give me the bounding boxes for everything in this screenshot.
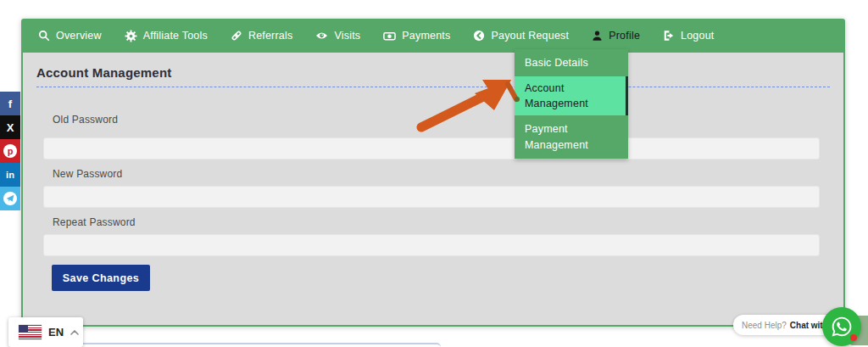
dropdown-item-basic-details[interactable]: Basic Details (515, 49, 628, 76)
facebook-share-button[interactable]: f (0, 92, 20, 115)
repeat-password-label: Repeat Password (53, 216, 136, 228)
linkedin-icon: in (6, 170, 14, 180)
telegram-share-button[interactable] (0, 187, 20, 210)
x-icon: X (7, 121, 14, 134)
arrow-circle-left-icon (473, 30, 485, 42)
account-management-section: Account Management Old Password New Pass… (21, 53, 845, 327)
old-password-label: Old Password (53, 114, 118, 126)
chat-prefix-text: Need Help? (742, 321, 787, 330)
main-navbar: Overview Affiliate Tools Referrals Visit… (21, 19, 845, 53)
whatsapp-icon (831, 316, 853, 338)
nav-item-overview[interactable]: Overview (38, 30, 102, 42)
linkedin-share-button[interactable]: in (0, 163, 20, 187)
notification-dot (850, 334, 857, 341)
new-password-input[interactable] (43, 186, 820, 208)
social-share-sidebar: f X p in (0, 92, 20, 210)
pinterest-share-button[interactable]: p (0, 139, 20, 163)
save-changes-button[interactable]: Save Changes (52, 265, 150, 291)
nav-item-visits[interactable]: Visits (315, 30, 360, 42)
new-password-label: New Password (53, 168, 122, 180)
link-icon (231, 30, 242, 42)
person-icon (592, 30, 603, 42)
page-title: Account Management (36, 65, 171, 80)
eye-icon (315, 31, 328, 41)
search-icon (38, 30, 50, 42)
profile-dropdown-menu: Basic Details Account Management Payment… (515, 49, 628, 159)
dropdown-item-account-management[interactable]: Account Management (515, 76, 628, 115)
facebook-icon: f (8, 98, 12, 110)
nav-item-logout[interactable]: Logout (663, 30, 714, 42)
language-selector[interactable]: EN (8, 317, 83, 347)
dotted-separator (36, 87, 830, 87)
repeat-password-input[interactable] (43, 234, 820, 256)
telegram-icon (3, 192, 17, 205)
gear-icon (125, 30, 137, 42)
logout-icon (663, 30, 675, 42)
nav-item-payments[interactable]: Payments (383, 30, 450, 42)
x-share-button[interactable]: X (0, 115, 20, 139)
banknote-icon (383, 30, 396, 42)
language-code: EN (48, 326, 64, 339)
nav-item-profile[interactable]: Profile (592, 30, 640, 42)
nav-item-payout-request[interactable]: Payout Request (473, 30, 569, 42)
nav-item-affiliate-tools[interactable]: Affiliate Tools (125, 30, 208, 42)
pinterest-icon: p (3, 144, 17, 158)
us-flag-icon (19, 325, 42, 339)
dropdown-item-payment-management[interactable]: Payment Management (515, 115, 628, 158)
old-password-input[interactable] (43, 137, 820, 160)
dashboard-panel: Overview Affiliate Tools Referrals Visit… (21, 19, 845, 327)
chevron-up-icon (70, 330, 79, 335)
nav-item-referrals[interactable]: Referrals (231, 30, 293, 42)
